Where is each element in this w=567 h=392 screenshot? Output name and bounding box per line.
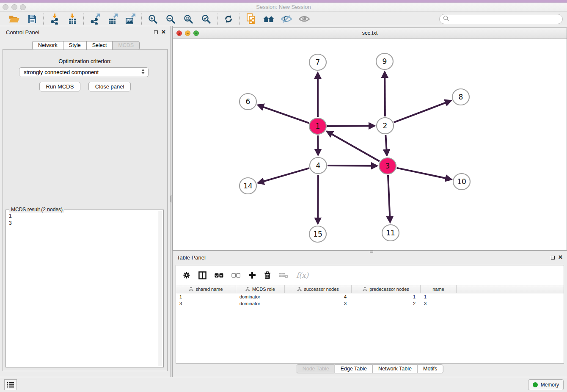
float-panel-icon[interactable] xyxy=(551,256,555,259)
export-table-icon[interactable] xyxy=(107,13,118,25)
control-panel-header: Control Panel ✕ xyxy=(0,26,170,39)
result-scrollbar[interactable] xyxy=(158,211,162,366)
column-header-predecessor-nodes[interactable]: predecessor nodes xyxy=(352,285,421,293)
select-all-icon[interactable] xyxy=(215,273,223,278)
graph-node-1[interactable]: 1 xyxy=(309,118,326,134)
main-toolbar xyxy=(0,12,567,26)
status-bar: Memory xyxy=(0,377,567,392)
save-session-icon[interactable] xyxy=(26,13,38,25)
zoom-fit-icon[interactable] xyxy=(182,13,194,25)
edge-2-3[interactable] xyxy=(385,135,387,155)
zoom-out-icon[interactable] xyxy=(165,13,176,25)
tab-motifs[interactable]: Motifs xyxy=(417,364,443,373)
table-settings-icon[interactable] xyxy=(183,271,190,279)
open-session-icon[interactable] xyxy=(8,13,20,25)
tab-network[interactable]: Network xyxy=(32,41,63,50)
tab-select[interactable]: Select xyxy=(86,41,113,50)
zoom-in-icon[interactable] xyxy=(147,13,159,25)
delete-table-icon[interactable] xyxy=(279,272,288,279)
network-close-button[interactable]: x xyxy=(176,30,182,36)
memory-button[interactable]: Memory xyxy=(528,379,564,390)
deselect-all-icon[interactable] xyxy=(231,273,240,278)
mcds-result-textarea[interactable]: 1 3 xyxy=(7,211,157,366)
clone-network-icon[interactable] xyxy=(245,13,257,25)
hide-graphics-details-icon[interactable] xyxy=(281,13,292,25)
edge-4-14[interactable] xyxy=(258,168,309,183)
import-table-icon[interactable] xyxy=(66,13,78,25)
edge-2-9[interactable] xyxy=(385,72,385,116)
column-header-successor-nodes[interactable]: successor nodes xyxy=(285,285,352,293)
delete-row-icon[interactable] xyxy=(264,271,271,279)
hierarchy-icon xyxy=(189,287,193,292)
graph-node-7[interactable]: 7 xyxy=(309,54,326,70)
add-row-icon[interactable] xyxy=(248,271,256,279)
graph-node-3[interactable]: 3 xyxy=(379,158,396,174)
optimization-criterion-select[interactable]: strongly connected component xyxy=(19,67,149,77)
edge-4-15[interactable] xyxy=(318,175,318,224)
network-minimize-button[interactable]: – xyxy=(185,30,190,36)
edge-1-4[interactable] xyxy=(318,135,318,155)
svg-text:4: 4 xyxy=(316,161,321,170)
show-all-networks-icon[interactable] xyxy=(263,13,275,25)
search-input[interactable] xyxy=(451,15,562,23)
column-header-shared-name[interactable]: shared name xyxy=(176,285,236,293)
column-header-mcds-role[interactable]: MCDS role xyxy=(236,285,285,293)
tab-edge-table[interactable]: Edge Table xyxy=(335,364,372,373)
splitter-handle[interactable] xyxy=(171,196,172,202)
tab-node-table[interactable]: Node Table xyxy=(297,364,335,373)
graph-node-15[interactable]: 15 xyxy=(309,226,326,242)
network-canvas[interactable]: 7968124314101511 xyxy=(173,39,567,250)
graph-node-10[interactable]: 10 xyxy=(453,174,470,190)
graph-node-9[interactable]: 9 xyxy=(376,53,393,69)
graph-node-2[interactable]: 2 xyxy=(377,118,394,134)
table-row[interactable]: 1 dominator 4 1 1 xyxy=(176,293,564,300)
network-window-titlebar[interactable]: x – + scc.txt xyxy=(173,28,567,39)
edge-1-2[interactable] xyxy=(327,126,374,126)
close-panel-icon[interactable]: ✕ xyxy=(161,30,166,35)
memory-label: Memory xyxy=(541,382,559,388)
tab-mcds[interactable]: MCDS xyxy=(112,41,140,50)
edge-3-1[interactable] xyxy=(327,131,380,161)
graph-node-8[interactable]: 8 xyxy=(452,89,469,105)
table-row[interactable]: 3 dominator 3 2 3 xyxy=(176,300,564,307)
close-window-button[interactable] xyxy=(3,4,8,10)
task-history-button[interactable] xyxy=(4,379,17,390)
apply-function-icon[interactable]: f(x) xyxy=(296,271,308,279)
export-image-icon[interactable] xyxy=(124,13,136,25)
network-maximize-button[interactable]: + xyxy=(193,30,199,36)
titlebar[interactable]: Session: New Session xyxy=(0,3,567,12)
close-panel-button[interactable]: Close panel xyxy=(88,82,131,91)
search-box[interactable] xyxy=(439,14,563,24)
refresh-icon[interactable] xyxy=(223,13,234,25)
column-header-name[interactable]: name xyxy=(421,285,457,293)
optimization-criterion-label: Optimization criterion: xyxy=(3,58,167,64)
edge-1-6[interactable] xyxy=(258,105,309,123)
edge-2-8[interactable] xyxy=(394,101,451,122)
tab-network-table[interactable]: Network Table xyxy=(372,364,417,373)
edge-3-11[interactable] xyxy=(388,175,390,222)
edge-4-3[interactable] xyxy=(328,166,377,166)
show-column-icon[interactable] xyxy=(198,271,206,279)
edge-3-10[interactable] xyxy=(397,168,451,179)
mcds-panel: Optimization criterion: strongly connect… xyxy=(3,49,168,371)
show-graphics-details-icon[interactable] xyxy=(298,13,310,25)
graph-node-14[interactable]: 14 xyxy=(239,178,256,194)
graph-node-11[interactable]: 11 xyxy=(382,225,399,241)
network-window-title: scc.txt xyxy=(173,28,567,38)
graph-node-6[interactable]: 6 xyxy=(239,94,256,110)
svg-text:14: 14 xyxy=(243,182,253,190)
graph-node-4[interactable]: 4 xyxy=(310,157,327,174)
close-panel-icon[interactable]: ✕ xyxy=(558,255,563,260)
import-network-icon[interactable] xyxy=(49,13,61,25)
search-icon xyxy=(443,15,449,23)
float-panel-icon[interactable] xyxy=(154,30,158,34)
zoom-selected-icon[interactable] xyxy=(200,13,212,25)
table-header-row: shared name MCDS role successor nodes xyxy=(176,285,564,293)
control-panel-tabs: Network Style Select MCDS xyxy=(32,41,140,50)
run-mcds-button[interactable]: Run MCDS xyxy=(39,82,81,91)
right-column: x – + scc.txt 7968124314101511 xyxy=(173,26,567,377)
minimize-window-button[interactable] xyxy=(11,4,17,10)
export-network-icon[interactable] xyxy=(89,13,101,25)
tab-style[interactable]: Style xyxy=(63,41,86,50)
maximize-window-button[interactable] xyxy=(20,4,26,10)
